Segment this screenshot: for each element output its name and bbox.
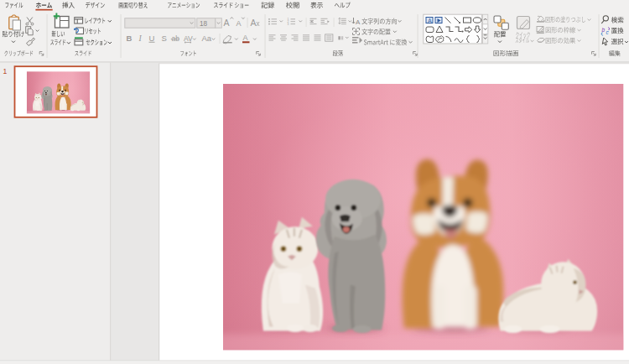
svg-text:1: 1 — [3, 67, 8, 75]
svg-text:18: 18 — [200, 20, 208, 28]
svg-text:AV: AV — [184, 34, 193, 43]
svg-text:Aa: Aa — [202, 34, 212, 43]
svg-text:A: A — [237, 19, 242, 28]
svg-text:A: A — [243, 34, 248, 42]
svg-text:B: B — [127, 34, 133, 43]
svg-text:U: U — [149, 34, 155, 43]
svg-text:ab: ab — [172, 34, 180, 43]
svg-text:A: A — [224, 18, 230, 28]
svg-text:b: b — [602, 27, 606, 33]
svg-text:A: A — [251, 18, 257, 28]
svg-text:3: 3 — [287, 23, 289, 26]
svg-text:A: A — [356, 18, 361, 26]
svg-text:A: A — [428, 18, 432, 23]
svg-text:S: S — [162, 34, 167, 43]
